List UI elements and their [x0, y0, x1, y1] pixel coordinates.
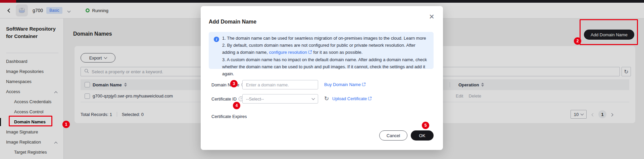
certificate-id-label: Certificate ID — [211, 96, 237, 102]
certificate-expires-form-row: Certificate Expires — [211, 112, 249, 121]
ok-button[interactable]: OK — [411, 130, 434, 141]
certificate-id-value: --Select-- — [246, 96, 264, 102]
info-banner-text: 1. The domain name can be used for seaml… — [222, 35, 429, 77]
add-domain-name-dialog: Add Domain Name × i 1. The domain name c… — [201, 6, 443, 150]
external-link-icon — [368, 96, 372, 102]
external-link-icon — [308, 49, 312, 56]
dialog-footer: Cancel OK — [201, 130, 443, 141]
external-link-icon — [362, 82, 366, 87]
cancel-button[interactable]: Cancel — [379, 130, 407, 141]
info-item-3: 3. A custom domain name has no impact on… — [222, 56, 429, 77]
chevron-down-icon — [312, 97, 315, 100]
close-icon[interactable]: × — [429, 12, 434, 21]
domain-name-input[interactable] — [242, 80, 318, 89]
configure-resolution-link[interactable]: configure resolution — [269, 50, 312, 55]
buy-domain-name-link[interactable]: Buy Domain Name — [324, 82, 366, 87]
certificate-id-select[interactable]: --Select-- — [242, 94, 318, 104]
info-item-1: 1. The domain name can be used for seaml… — [222, 35, 429, 42]
info-banner: i 1. The domain name can be used for sea… — [209, 32, 434, 69]
dialog-title: Add Domain Name — [209, 19, 256, 25]
refresh-certificates-icon[interactable]: ↻ — [324, 95, 329, 102]
certificate-expires-label: Certificate Expires — [211, 114, 247, 119]
certificate-id-form-row: Certificate ID ? --Select-- ↻ Upload Cer… — [211, 94, 443, 104]
domain-name-label: Domain Name — [211, 82, 239, 87]
domain-name-form-row: Domain Name ? Buy Domain Name — [211, 80, 443, 89]
swr-console-page: g700 Basic Running SoftWare Repository f… — [0, 0, 644, 159]
upload-certificate-link[interactable]: Upload Certificate — [332, 96, 372, 102]
info-item-2: 2. By default, custom domain names are n… — [222, 42, 429, 56]
info-icon: i — [214, 37, 219, 42]
